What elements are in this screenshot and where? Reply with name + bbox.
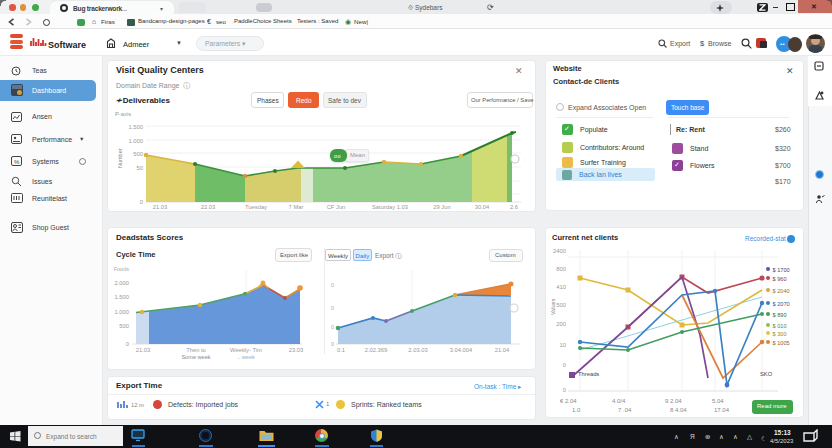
svg-text:30.04: 30.04 — [475, 204, 490, 210]
svg-text:$ 300: $ 300 — [773, 331, 787, 337]
svg-text:23.03: 23.03 — [289, 347, 304, 353]
svg-text:$ 890: $ 890 — [773, 312, 787, 318]
svg-text:0: 0 — [331, 282, 334, 288]
svg-text:SKO: SKO — [760, 371, 773, 377]
svg-text:$ 960: $ 960 — [773, 276, 787, 282]
svg-text:21.04: 21.04 — [495, 347, 510, 353]
svg-text:0.1: 0.1 — [337, 347, 345, 353]
svg-text:500: 500 — [119, 323, 129, 329]
svg-text:1.500: 1.500 — [128, 124, 143, 130]
svg-text:21.03: 21.03 — [136, 347, 151, 353]
svg-text:21.03: 21.03 — [153, 204, 168, 210]
svg-text:Foods: Foods — [114, 266, 130, 272]
svg-text:800: 800 — [556, 266, 566, 272]
svg-text:Tuesday: Tuesday — [245, 204, 267, 210]
svg-text:0: 0 — [331, 305, 334, 311]
svg-text:1.500: 1.500 — [114, 294, 129, 300]
svg-text:0: 0 — [563, 387, 566, 393]
svg-text:$ 2070: $ 2070 — [773, 301, 790, 307]
svg-text:500: 500 — [133, 151, 143, 157]
svg-text:200: 200 — [556, 321, 566, 327]
svg-text:2.6: 2.6 — [510, 204, 518, 210]
svg-text:22.03: 22.03 — [201, 204, 216, 210]
svg-text:50: 50 — [137, 165, 143, 171]
svg-text:0: 0 — [331, 324, 334, 330]
svg-text:3.04.004: 3.04.004 — [450, 347, 473, 353]
svg-text:1.000: 1.000 — [128, 138, 143, 144]
svg-text:Threads: Threads — [578, 371, 599, 377]
svg-text:2.02.369: 2.02.369 — [365, 347, 388, 353]
svg-text:500: 500 — [556, 302, 566, 308]
svg-text:$ 1005: $ 1005 — [773, 340, 790, 346]
svg-text:Some week: Some week — [181, 354, 210, 360]
svg-text:2.000: 2.000 — [114, 280, 129, 286]
svg-text:0: 0 — [331, 341, 334, 347]
svg-text:2.03.03: 2.03.03 — [408, 347, 427, 353]
svg-text:Values: Values — [550, 298, 556, 315]
svg-text:Weekly- Tim: Weekly- Tim — [230, 347, 262, 353]
svg-text:0: 0 — [563, 362, 566, 368]
svg-text:29 Jun: 29 Jun — [433, 204, 450, 210]
svg-text:$ 1700: $ 1700 — [773, 267, 790, 273]
svg-text:%: % — [14, 158, 20, 164]
svg-text:Then to: Then to — [186, 347, 206, 353]
svg-text:0: 0 — [140, 199, 143, 205]
svg-text:Number: Number — [117, 148, 123, 168]
svg-text:10: 10 — [560, 342, 566, 348]
svg-text:0: 0 — [126, 341, 129, 347]
svg-text:.. week: .. week — [237, 354, 255, 360]
svg-text:$ 2040: $ 2040 — [773, 288, 790, 294]
svg-text:CF Jun: CF Jun — [327, 204, 346, 210]
svg-text:Saturday 1.03: Saturday 1.03 — [372, 204, 408, 210]
svg-text:2400: 2400 — [553, 248, 566, 254]
svg-text:7 Mar: 7 Mar — [289, 204, 304, 210]
svg-text:$ 010: $ 010 — [773, 323, 787, 329]
svg-text:410: 410 — [556, 284, 566, 290]
svg-text:1.000: 1.000 — [114, 309, 129, 315]
